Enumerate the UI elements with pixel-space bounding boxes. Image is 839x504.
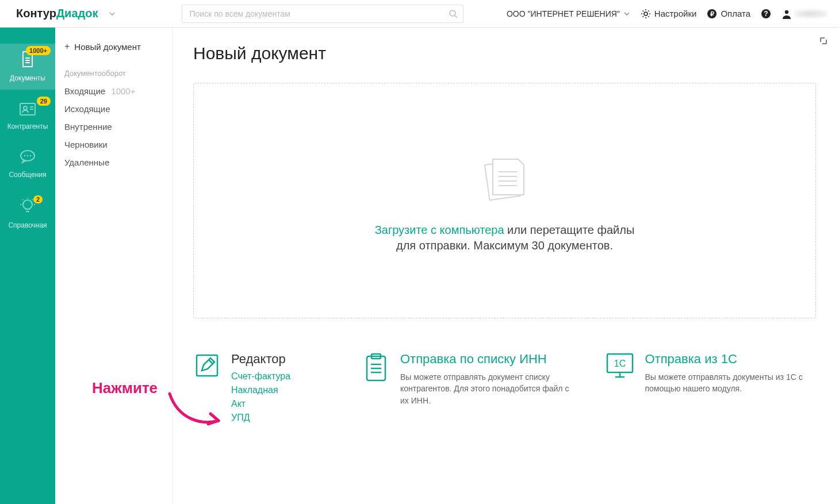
org-selector[interactable]: ООО "ИНТЕРНЕТ РЕШЕНИЯ": [507, 9, 630, 18]
editor-link-invoice[interactable]: Счет-фактура: [231, 371, 290, 382]
page-title: Новый документ: [193, 44, 816, 63]
onec-icon: 1С: [605, 352, 635, 426]
nav-drafts[interactable]: Черновики: [55, 136, 172, 153]
rail-messages-label: Сообщения: [9, 171, 46, 179]
expand-icon: [818, 36, 829, 46]
badge-contragents: 29: [37, 97, 51, 106]
svg-point-0: [450, 10, 455, 16]
rail-documents[interactable]: 1000+ Документы: [0, 44, 55, 90]
inn-icon: [362, 352, 390, 426]
svg-point-2: [644, 12, 648, 16]
pencil-note-icon: [193, 352, 221, 379]
logo-text-1: Контур: [16, 7, 56, 20]
payment-label: Оплата: [721, 9, 750, 18]
upload-text-line2: для отправки. Максимум 30 документов.: [396, 239, 613, 252]
search-box: [182, 5, 463, 23]
svg-line-1: [455, 16, 457, 18]
documents-stack-icon: [473, 149, 537, 212]
help-icon: ?: [761, 9, 771, 19]
gear-icon: [641, 9, 651, 19]
svg-point-18: [30, 155, 32, 157]
org-name: ООО "ИНТЕРНЕТ РЕШЕНИЯ": [507, 9, 620, 18]
svg-point-19: [23, 200, 32, 209]
monitor-1c-icon: 1С: [605, 352, 635, 380]
chevron-down-icon: [623, 10, 630, 17]
badge-help: 2: [33, 195, 43, 203]
top-header: КонтурДиадок ООО "ИНТЕРНЕТ РЕШЕНИЯ" Наст…: [0, 0, 839, 28]
inn-title[interactable]: Отправка по списку ИНН: [400, 352, 574, 367]
editor-link-waybill[interactable]: Накладная: [231, 385, 290, 395]
search-input[interactable]: [182, 5, 463, 23]
inn-desc: Вы можете отправлять документ списку кон…: [400, 371, 574, 406]
svg-point-7: [785, 10, 788, 13]
rail-help-label: Справочная: [8, 221, 47, 229]
onec-desc: Вы можете отправлять документы из 1С с п…: [645, 371, 817, 395]
header-right: ООО "ИНТЕРНЕТ РЕШЕНИЯ" Настройки ₽ Оплат…: [507, 9, 827, 19]
org-switch-chevron[interactable]: [106, 7, 118, 20]
secondary-sidebar: + Новый документ Документооборот Входящи…: [55, 28, 173, 504]
editor-link-upd[interactable]: УПД: [231, 413, 290, 423]
col-1c: 1С Отправка из 1С Вы можете отправлять д…: [605, 352, 817, 426]
logo[interactable]: КонтурДиадок: [16, 7, 98, 20]
upload-dropzone[interactable]: Загрузите с компьютера или перетащите фа…: [193, 83, 816, 318]
svg-text:₽: ₽: [710, 10, 714, 17]
main-panel: Новый документ Загрузите с компьютера ил…: [173, 28, 839, 504]
search-icon[interactable]: [449, 9, 458, 18]
new-document-label: Новый документ: [74, 42, 140, 52]
new-document-button[interactable]: + Новый документ: [55, 36, 172, 57]
svg-point-16: [24, 155, 26, 157]
chat-icon: [18, 148, 37, 166]
rail-contragents[interactable]: 29 Контрагенты: [0, 94, 55, 138]
svg-rect-24: [197, 355, 217, 376]
nav-inbox[interactable]: Входящие 1000+: [55, 82, 172, 100]
payment-link[interactable]: ₽ Оплата: [707, 9, 750, 19]
user-menu[interactable]: [781, 9, 827, 19]
action-columns: Редактор Счет-фактура Накладная Акт УПД: [193, 352, 816, 426]
col-editor: Редактор Счет-фактура Накладная Акт УПД: [193, 352, 331, 426]
clipboard-icon: [362, 352, 390, 383]
contacts-icon: [18, 100, 37, 117]
svg-text:?: ?: [764, 10, 768, 18]
nav-inbox-label: Входящие: [64, 86, 105, 96]
rail-contragents-label: Контрагенты: [7, 122, 48, 130]
person-icon: [781, 9, 792, 19]
nav-inbox-count: 1000+: [111, 86, 135, 96]
nav-outbox[interactable]: Исходящие: [55, 100, 172, 118]
ruble-icon: ₽: [707, 9, 717, 19]
rail-documents-label: Документы: [10, 74, 45, 82]
editor-link-act[interactable]: Акт: [231, 399, 290, 409]
badge-documents: 1000+: [26, 46, 51, 55]
upload-text-line1: Загрузите с компьютера или перетащите фа…: [375, 224, 635, 237]
left-rail: 1000+ Документы 29 Контрагенты: [0, 28, 55, 504]
editor-icon: [193, 352, 221, 426]
settings-label: Настройки: [654, 9, 697, 18]
plus-icon: +: [64, 41, 70, 52]
onec-title[interactable]: Отправка из 1С: [645, 352, 817, 367]
svg-point-17: [27, 155, 29, 157]
rail-help[interactable]: 2 Справочная: [0, 191, 55, 237]
svg-text:1С: 1С: [614, 359, 625, 368]
section-title-docflow: Документооборот: [55, 57, 172, 82]
upload-link[interactable]: Загрузите с компьютера: [375, 224, 504, 236]
upload-rest: или перетащите файлы: [504, 224, 635, 236]
rail-messages[interactable]: Сообщения: [0, 143, 55, 186]
col-inn: Отправка по списку ИНН Вы можете отправл…: [362, 352, 574, 426]
editor-title: Редактор: [231, 352, 290, 367]
nav-deleted[interactable]: Удаленные: [55, 153, 172, 171]
nav-internal[interactable]: Внутренние: [55, 118, 172, 136]
logo-text-2: Диадок: [56, 7, 98, 20]
expand-button[interactable]: [818, 36, 829, 46]
help-link[interactable]: ?: [761, 9, 771, 19]
username-blurred: [794, 10, 827, 18]
svg-point-12: [24, 106, 27, 110]
chevron-down-icon: [108, 10, 116, 18]
settings-link[interactable]: Настройки: [641, 9, 697, 19]
